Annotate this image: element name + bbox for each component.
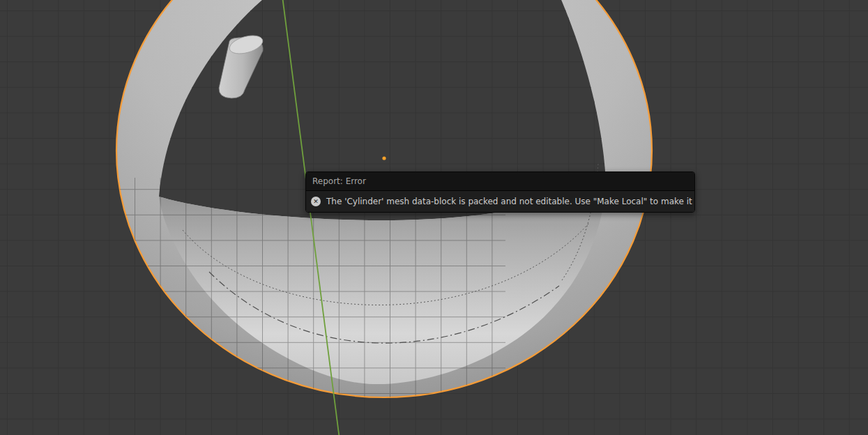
report-error-popup[interactable]: Report: Error ✕ The 'Cylinder' mesh data… <box>305 171 695 213</box>
report-popup-title: Report: Error <box>306 172 694 191</box>
report-popup-body: ✕ The 'Cylinder' mesh data-block is pack… <box>306 191 694 212</box>
report-error-message: The 'Cylinder' mesh data-block is packed… <box>326 197 695 206</box>
origin-point-dot <box>382 156 386 160</box>
error-cross-icon: ✕ <box>311 197 321 206</box>
blender-3d-viewport[interactable]: Report: Error ✕ The 'Cylinder' mesh data… <box>0 0 868 435</box>
viewport-scene[interactable] <box>0 0 868 435</box>
